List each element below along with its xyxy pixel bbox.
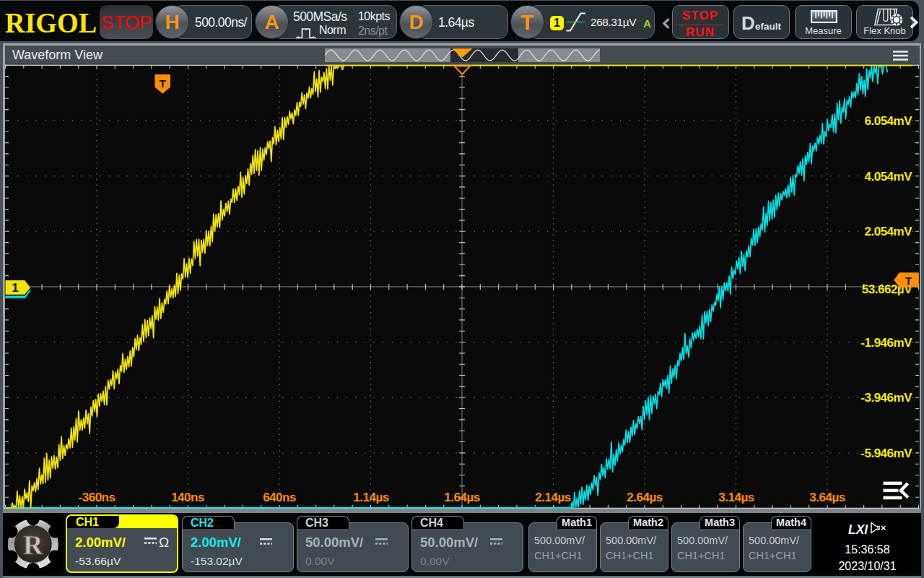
svg-text:-3.946mV: -3.946mV [860,391,912,405]
svg-text:6.054mV: 6.054mV [865,114,913,128]
svg-text:2.054mV: 2.054mV [865,225,913,238]
svg-text:640ns: 640ns [263,491,296,504]
svg-text:R: R [23,529,43,559]
svg-text:T: T [905,275,912,287]
svg-text:3.14µs: 3.14µs [718,491,754,504]
svg-text:1.14µs: 1.14µs [353,491,388,504]
svg-text:140ns: 140ns [171,491,204,504]
svg-text:4.054mV: 4.054mV [865,170,913,184]
svg-text:T: T [160,77,167,90]
svg-text:1.64µs: 1.64µs [444,491,479,504]
svg-text:1: 1 [12,281,18,295]
svg-text:-360ns: -360ns [79,491,116,504]
svg-text:-1.946mV: -1.946mV [860,336,912,350]
svg-text:2.14µs: 2.14µs [535,491,570,504]
svg-text:3.64µs: 3.64µs [809,491,845,504]
svg-text:-5.946mV: -5.946mV [860,447,912,460]
svg-text:2.64µs: 2.64µs [627,491,662,504]
